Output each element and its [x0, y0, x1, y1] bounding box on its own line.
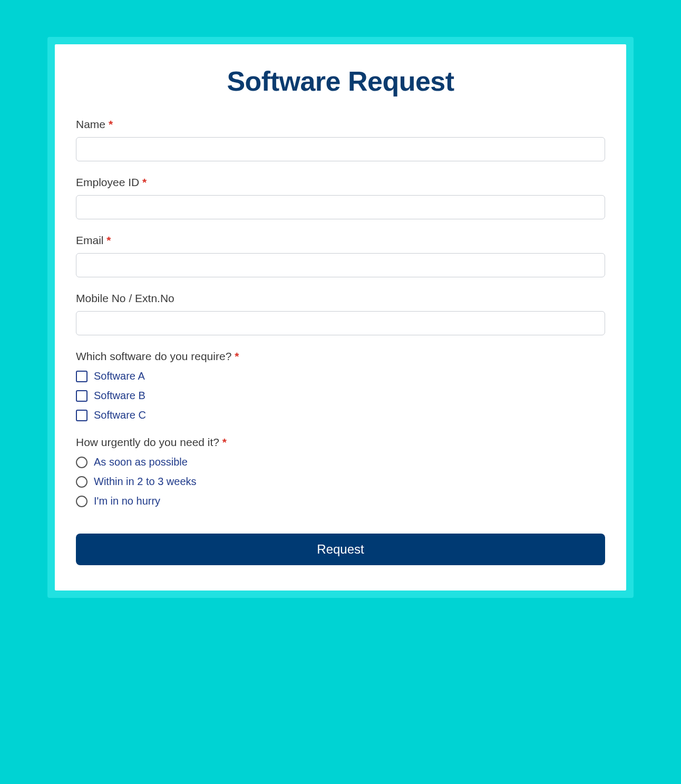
- required-marker: *: [142, 176, 147, 188]
- mobile-label-text: Mobile No / Extn.No: [76, 292, 174, 304]
- radio-icon[interactable]: [76, 476, 87, 488]
- mobile-label: Mobile No / Extn.No: [76, 292, 605, 305]
- employee-id-label: Employee ID *: [76, 176, 605, 189]
- form-card-border: Software Request Name * Employee ID * Em…: [47, 37, 634, 598]
- urgency-option-nohurry-label: I'm in no hurry: [94, 495, 160, 507]
- radio-icon[interactable]: [76, 457, 87, 468]
- request-button[interactable]: Request: [76, 534, 605, 565]
- name-label: Name *: [76, 118, 605, 131]
- required-marker: *: [235, 350, 239, 362]
- urgency-option-weeks[interactable]: Within in 2 to 3 weeks: [76, 476, 605, 488]
- software-label-text: Which software do you require?: [76, 350, 231, 362]
- software-option-b-label: Software B: [94, 390, 145, 402]
- urgency-option-asap[interactable]: As soon as possible: [76, 456, 605, 468]
- form-card: Software Request Name * Employee ID * Em…: [55, 44, 626, 591]
- employee-id-label-text: Employee ID: [76, 176, 139, 188]
- email-label-text: Email: [76, 234, 104, 246]
- field-email: Email *: [76, 234, 605, 277]
- urgency-label-text: How urgently do you need it?: [76, 436, 219, 448]
- checkbox-icon[interactable]: [76, 390, 87, 402]
- software-option-a-label: Software A: [94, 370, 145, 382]
- field-employee-id: Employee ID *: [76, 176, 605, 219]
- field-software: Which software do you require? * Softwar…: [76, 350, 605, 421]
- mobile-input[interactable]: [76, 311, 605, 335]
- submit-row: Request: [76, 534, 605, 565]
- checkbox-icon[interactable]: [76, 410, 87, 421]
- software-option-c[interactable]: Software C: [76, 409, 605, 421]
- software-option-c-label: Software C: [94, 409, 146, 421]
- required-marker: *: [222, 436, 227, 448]
- email-label: Email *: [76, 234, 605, 247]
- form-title: Software Request: [76, 65, 605, 97]
- urgency-option-weeks-label: Within in 2 to 3 weeks: [94, 476, 197, 488]
- employee-id-input[interactable]: [76, 195, 605, 219]
- email-input[interactable]: [76, 253, 605, 277]
- software-option-b[interactable]: Software B: [76, 390, 605, 402]
- name-input[interactable]: [76, 137, 605, 161]
- urgency-option-nohurry[interactable]: I'm in no hurry: [76, 495, 605, 507]
- software-label: Which software do you require? *: [76, 350, 605, 363]
- field-urgency: How urgently do you need it? * As soon a…: [76, 436, 605, 507]
- field-name: Name *: [76, 118, 605, 161]
- name-label-text: Name: [76, 118, 105, 130]
- required-marker: *: [109, 118, 113, 130]
- field-mobile: Mobile No / Extn.No: [76, 292, 605, 335]
- urgency-option-asap-label: As soon as possible: [94, 456, 188, 468]
- checkbox-icon[interactable]: [76, 371, 87, 382]
- radio-icon[interactable]: [76, 496, 87, 507]
- software-option-a[interactable]: Software A: [76, 370, 605, 382]
- required-marker: *: [106, 234, 111, 246]
- urgency-label: How urgently do you need it? *: [76, 436, 605, 449]
